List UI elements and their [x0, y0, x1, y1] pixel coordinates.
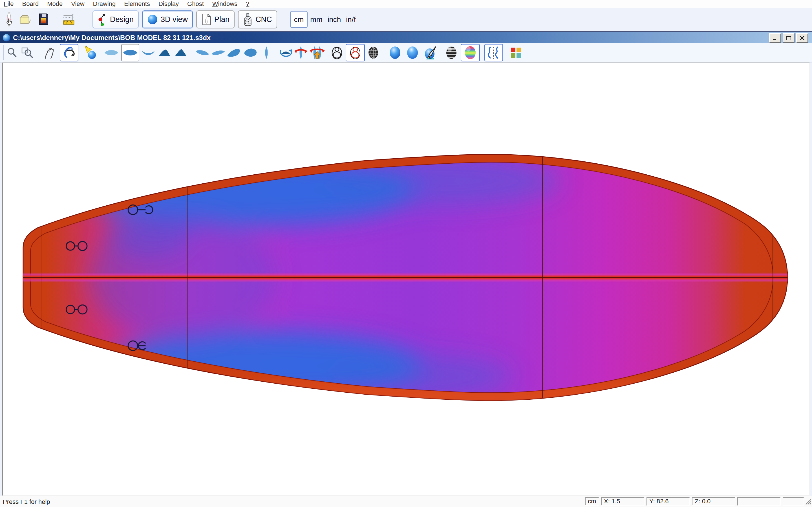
plan-button[interactable]: Plan: [196, 10, 235, 29]
new-board-icon[interactable]: [3, 11, 15, 28]
maximize-button[interactable]: [783, 33, 795, 43]
rotate-3d-icon[interactable]: [60, 44, 79, 61]
top-view-icon[interactable]: [121, 44, 139, 61]
menu-file[interactable]: File: [0, 0, 18, 8]
toolbar-grip[interactable]: [2, 45, 4, 60]
profile-view-icon[interactable]: [174, 45, 187, 61]
status-empty-field-1: [737, 497, 781, 506]
solid-view-icon[interactable]: [389, 45, 402, 61]
main-toolbar: 1 0 Design 3D view: [0, 8, 812, 31]
design-nodes-icon: [98, 13, 107, 25]
3d-view-button[interactable]: 3D view: [142, 10, 193, 29]
menu-bar: File Board Mode View Drawing Elements Di…: [0, 0, 812, 8]
thickness-view-icon[interactable]: [158, 45, 171, 61]
maximize-icon: [785, 36, 792, 41]
status-x-field: X: 1.5: [601, 497, 645, 506]
menu-mode[interactable]: Mode: [43, 0, 67, 8]
board-3d-render: [3, 63, 809, 495]
flex-curves-icon[interactable]: [485, 44, 503, 61]
design-button[interactable]: Design: [93, 10, 139, 29]
front-view-icon[interactable]: [263, 45, 269, 61]
minimize-button[interactable]: [769, 33, 781, 43]
contour-lines-icon[interactable]: [445, 45, 458, 61]
paint-view-icon[interactable]: [423, 45, 439, 61]
close-icon: [799, 36, 805, 41]
shape3d-application: File Board Mode View Drawing Elements Di…: [0, 0, 812, 507]
perspective-view-2-icon[interactable]: [210, 45, 226, 61]
menu-ghost[interactable]: Ghost: [183, 0, 208, 8]
board-3d-viewport[interactable]: [2, 62, 810, 496]
status-y-field: Y: 82.6: [647, 497, 690, 506]
design-button-label: Design: [110, 15, 134, 24]
rocker-view-icon[interactable]: [141, 45, 156, 61]
open-folder-icon[interactable]: [18, 11, 31, 28]
menu-elements[interactable]: Elements: [120, 0, 154, 8]
zoom-window-icon[interactable]: [21, 45, 34, 61]
window-controls: [769, 33, 808, 43]
save-icon[interactable]: [37, 11, 50, 28]
status-bar: Press F1 for help cm X: 1.5 Y: 82.6 Z: 0…: [0, 496, 812, 507]
menu-board[interactable]: Board: [18, 0, 43, 8]
status-help-text: Press F1 for help: [3, 498, 50, 506]
wireframe-icon[interactable]: [331, 45, 343, 61]
status-fields: cm X: 1.5 Y: 82.6 Z: 0.0: [585, 497, 804, 506]
plan-document-icon: [201, 13, 211, 25]
status-empty-field-2: [783, 497, 804, 506]
auto-rotate-icon[interactable]: [278, 45, 293, 61]
status-z-field: Z: 0.0: [692, 497, 735, 506]
plan-button-label: Plan: [214, 15, 230, 24]
close-button[interactable]: [796, 33, 808, 43]
cnc-button[interactable]: CNC: [238, 10, 277, 29]
outline-view-icon[interactable]: [104, 45, 119, 61]
3d-view-button-label: 3D view: [161, 15, 188, 24]
menu-drawing[interactable]: Drawing: [89, 0, 120, 8]
minimize-icon: [772, 36, 778, 41]
document-title-bar: C:\users\dennery\My Documents\BOB MODEL …: [0, 31, 812, 44]
status-unit-field: cm: [585, 497, 599, 506]
zoom-icon[interactable]: [6, 45, 18, 61]
unit-mm-button[interactable]: mm: [308, 11, 325, 27]
document-path-title: C:\users\dennery\My Documents\BOB MODEL …: [13, 34, 211, 42]
measure-icon[interactable]: 1 0: [63, 11, 75, 28]
unit-cm-button[interactable]: cm: [290, 11, 308, 28]
view-toolbar: [0, 43, 812, 63]
cnc-button-label: CNC: [255, 15, 272, 24]
color-palette-icon[interactable]: [510, 45, 522, 61]
menu-display[interactable]: Display: [154, 0, 183, 8]
menu-view[interactable]: View: [67, 0, 89, 8]
document-sphere-icon: [2, 34, 11, 42]
perspective-view-1-icon[interactable]: [195, 45, 210, 61]
spin-board-axis-icon[interactable]: [308, 45, 325, 61]
sphere-icon: [147, 14, 158, 25]
menu-help[interactable]: ?: [242, 0, 253, 8]
curvature-map-icon[interactable]: [461, 44, 480, 61]
menu-windows[interactable]: Windows: [208, 0, 242, 8]
wireframe-sections-icon[interactable]: [346, 44, 365, 61]
unit-inch-button[interactable]: inch: [325, 11, 344, 27]
svg-text:1: 1: [65, 22, 67, 24]
perspective-view-4-icon[interactable]: [243, 45, 258, 61]
smooth-view-icon[interactable]: [406, 45, 419, 61]
spin-board-icon[interactable]: [293, 45, 308, 61]
resize-grip[interactable]: [804, 498, 811, 505]
svg-text:0: 0: [71, 22, 72, 24]
perspective-view-3-icon[interactable]: [226, 45, 243, 61]
light-icon[interactable]: [83, 45, 98, 61]
mesh-icon[interactable]: [367, 45, 379, 61]
cnc-bit-icon: [243, 13, 253, 26]
pan-icon[interactable]: [43, 45, 57, 61]
unit-inf-button[interactable]: in/f: [343, 11, 358, 27]
